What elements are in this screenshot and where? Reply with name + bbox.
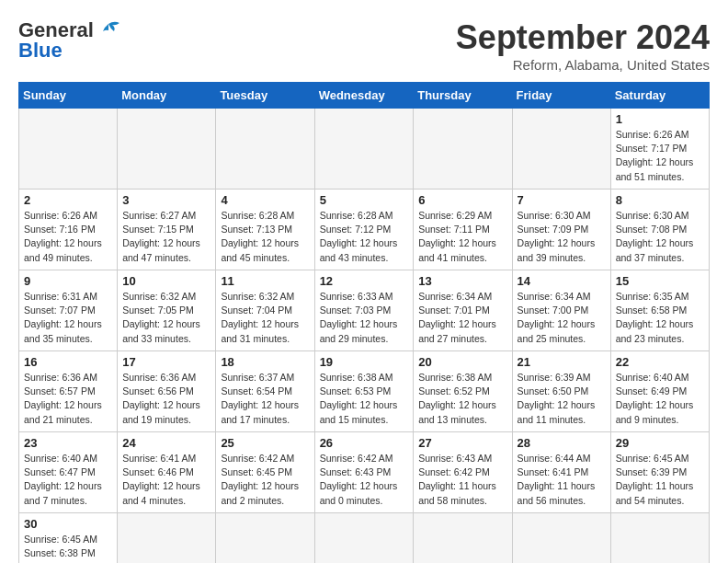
day-number: 4	[221, 193, 309, 207]
day-info: Sunrise: 6:29 AMSunset: 7:11 PMDaylight:…	[418, 209, 506, 265]
day-info: Sunrise: 6:28 AMSunset: 7:12 PMDaylight:…	[320, 209, 409, 265]
day-number: 10	[122, 274, 210, 288]
day-number: 18	[221, 355, 309, 369]
day-info: Sunrise: 6:43 AMSunset: 6:42 PMDaylight:…	[418, 452, 506, 508]
calendar-day-cell: 13Sunrise: 6:34 AMSunset: 7:01 PMDayligh…	[414, 270, 512, 351]
calendar-week-row: 30Sunrise: 6:45 AMSunset: 6:38 PMDayligh…	[19, 513, 710, 564]
calendar-day-cell: 26Sunrise: 6:42 AMSunset: 6:43 PMDayligh…	[314, 432, 414, 513]
calendar-day-cell: 12Sunrise: 6:33 AMSunset: 7:03 PMDayligh…	[314, 270, 414, 351]
day-info: Sunrise: 6:40 AMSunset: 6:47 PMDaylight:…	[24, 452, 112, 508]
day-number: 23	[24, 436, 112, 450]
day-number: 6	[418, 193, 506, 207]
day-number: 13	[418, 274, 506, 288]
calendar-day-cell: 28Sunrise: 6:44 AMSunset: 6:41 PMDayligh…	[512, 432, 610, 513]
day-number: 21	[518, 355, 606, 369]
calendar-day-cell	[19, 109, 118, 190]
day-info: Sunrise: 6:37 AMSunset: 6:54 PMDaylight:…	[221, 371, 309, 427]
calendar-day-cell	[118, 109, 216, 190]
calendar-day-cell: 5Sunrise: 6:28 AMSunset: 7:12 PMDaylight…	[314, 190, 414, 270]
calendar-body: 1Sunrise: 6:26 AMSunset: 7:17 PMDaylight…	[19, 109, 710, 564]
day-info: Sunrise: 6:34 AMSunset: 7:00 PMDaylight:…	[518, 290, 606, 346]
calendar-day-cell: 6Sunrise: 6:29 AMSunset: 7:11 PMDaylight…	[414, 190, 512, 270]
calendar-weekday-header: Saturday	[610, 83, 709, 109]
calendar-day-cell	[414, 513, 512, 564]
calendar-day-cell: 18Sunrise: 6:37 AMSunset: 6:54 PMDayligh…	[216, 351, 314, 432]
day-info: Sunrise: 6:30 AMSunset: 7:09 PMDaylight:…	[518, 209, 606, 265]
calendar-day-cell: 19Sunrise: 6:38 AMSunset: 6:53 PMDayligh…	[314, 351, 414, 432]
day-number: 22	[616, 355, 704, 369]
day-number: 28	[518, 436, 606, 450]
calendar-week-row: 1Sunrise: 6:26 AMSunset: 7:17 PMDaylight…	[19, 109, 710, 190]
calendar-day-cell: 30Sunrise: 6:45 AMSunset: 6:38 PMDayligh…	[19, 513, 118, 564]
day-info: Sunrise: 6:42 AMSunset: 6:43 PMDaylight:…	[320, 452, 409, 508]
calendar-day-cell	[216, 513, 314, 564]
day-info: Sunrise: 6:32 AMSunset: 7:05 PMDaylight:…	[122, 290, 210, 346]
day-info: Sunrise: 6:26 AMSunset: 7:16 PMDaylight:…	[24, 209, 112, 265]
logo: General Blue	[18, 18, 121, 63]
day-info: Sunrise: 6:40 AMSunset: 6:49 PMDaylight:…	[616, 371, 704, 427]
calendar-day-cell	[414, 109, 512, 190]
calendar-day-cell	[314, 109, 414, 190]
logo-blue: Blue	[18, 39, 63, 63]
calendar-day-cell	[610, 513, 709, 564]
day-info: Sunrise: 6:38 AMSunset: 6:53 PMDaylight:…	[320, 371, 409, 427]
title-block: September 2024 Reform, Alabama, United S…	[456, 18, 710, 73]
day-number: 25	[221, 436, 309, 450]
day-info: Sunrise: 6:45 AMSunset: 6:38 PMDaylight:…	[24, 533, 112, 563]
calendar-header-row: SundayMondayTuesdayWednesdayThursdayFrid…	[19, 83, 710, 109]
page-header: General Blue September 2024 Reform, Alab…	[18, 18, 710, 73]
day-info: Sunrise: 6:32 AMSunset: 7:04 PMDaylight:…	[221, 290, 309, 346]
calendar-day-cell: 7Sunrise: 6:30 AMSunset: 7:09 PMDaylight…	[512, 190, 610, 270]
calendar-day-cell: 29Sunrise: 6:45 AMSunset: 6:39 PMDayligh…	[610, 432, 709, 513]
calendar-day-cell: 20Sunrise: 6:38 AMSunset: 6:52 PMDayligh…	[414, 351, 512, 432]
calendar-weekday-header: Friday	[512, 83, 610, 109]
day-number: 12	[320, 274, 409, 288]
month-title: September 2024	[456, 18, 710, 57]
day-info: Sunrise: 6:38 AMSunset: 6:52 PMDaylight:…	[418, 371, 506, 427]
day-number: 27	[418, 436, 506, 450]
day-number: 2	[24, 193, 112, 207]
calendar-day-cell: 21Sunrise: 6:39 AMSunset: 6:50 PMDayligh…	[512, 351, 610, 432]
day-number: 19	[320, 355, 409, 369]
day-info: Sunrise: 6:44 AMSunset: 6:41 PMDaylight:…	[518, 452, 606, 508]
calendar-day-cell	[216, 109, 314, 190]
calendar-day-cell: 3Sunrise: 6:27 AMSunset: 7:15 PMDaylight…	[118, 190, 216, 270]
calendar-day-cell: 27Sunrise: 6:43 AMSunset: 6:42 PMDayligh…	[414, 432, 512, 513]
day-info: Sunrise: 6:36 AMSunset: 6:57 PMDaylight:…	[24, 371, 112, 427]
day-info: Sunrise: 6:34 AMSunset: 7:01 PMDaylight:…	[418, 290, 506, 346]
calendar-day-cell: 15Sunrise: 6:35 AMSunset: 6:58 PMDayligh…	[610, 270, 709, 351]
calendar-weekday-header: Tuesday	[216, 83, 314, 109]
day-info: Sunrise: 6:35 AMSunset: 6:58 PMDaylight:…	[616, 290, 704, 346]
day-info: Sunrise: 6:42 AMSunset: 6:45 PMDaylight:…	[221, 452, 309, 508]
calendar-table: SundayMondayTuesdayWednesdayThursdayFrid…	[18, 82, 710, 563]
day-info: Sunrise: 6:28 AMSunset: 7:13 PMDaylight:…	[221, 209, 309, 265]
calendar-day-cell: 10Sunrise: 6:32 AMSunset: 7:05 PMDayligh…	[118, 270, 216, 351]
calendar-weekday-header: Wednesday	[314, 83, 414, 109]
day-number: 17	[122, 355, 210, 369]
day-number: 8	[616, 193, 704, 207]
calendar-day-cell: 24Sunrise: 6:41 AMSunset: 6:46 PMDayligh…	[118, 432, 216, 513]
day-number: 14	[518, 274, 606, 288]
day-number: 16	[24, 355, 112, 369]
calendar-day-cell: 16Sunrise: 6:36 AMSunset: 6:57 PMDayligh…	[19, 351, 118, 432]
day-number: 30	[24, 517, 112, 531]
calendar-day-cell: 4Sunrise: 6:28 AMSunset: 7:13 PMDaylight…	[216, 190, 314, 270]
calendar-weekday-header: Thursday	[414, 83, 512, 109]
day-info: Sunrise: 6:33 AMSunset: 7:03 PMDaylight:…	[320, 290, 409, 346]
calendar-day-cell: 11Sunrise: 6:32 AMSunset: 7:04 PMDayligh…	[216, 270, 314, 351]
day-info: Sunrise: 6:41 AMSunset: 6:46 PMDaylight:…	[122, 452, 210, 508]
calendar-day-cell: 22Sunrise: 6:40 AMSunset: 6:49 PMDayligh…	[610, 351, 709, 432]
day-number: 1	[616, 112, 704, 126]
day-info: Sunrise: 6:45 AMSunset: 6:39 PMDaylight:…	[616, 452, 704, 508]
calendar-day-cell: 8Sunrise: 6:30 AMSunset: 7:08 PMDaylight…	[610, 190, 709, 270]
day-number: 26	[320, 436, 409, 450]
calendar-day-cell: 25Sunrise: 6:42 AMSunset: 6:45 PMDayligh…	[216, 432, 314, 513]
logo-bird-icon	[96, 20, 121, 40]
day-info: Sunrise: 6:26 AMSunset: 7:17 PMDaylight:…	[616, 128, 704, 184]
calendar-day-cell	[512, 513, 610, 564]
calendar-day-cell: 17Sunrise: 6:36 AMSunset: 6:56 PMDayligh…	[118, 351, 216, 432]
day-info: Sunrise: 6:27 AMSunset: 7:15 PMDaylight:…	[122, 209, 210, 265]
calendar-weekday-header: Sunday	[19, 83, 118, 109]
day-info: Sunrise: 6:30 AMSunset: 7:08 PMDaylight:…	[616, 209, 704, 265]
day-info: Sunrise: 6:36 AMSunset: 6:56 PMDaylight:…	[122, 371, 210, 427]
